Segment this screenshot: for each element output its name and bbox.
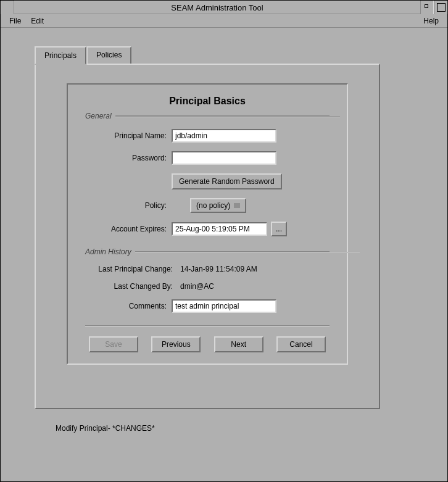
group-admin-history-label: Admin History [85, 247, 131, 256]
policy-dropdown[interactable]: (no policy) [190, 198, 246, 213]
date-picker-button[interactable]: ... [271, 222, 287, 236]
last-changed-by-label: Last Changed By: [85, 282, 178, 291]
previous-button[interactable]: Previous [151, 336, 201, 352]
principal-name-input[interactable] [172, 129, 276, 143]
generate-random-password-button[interactable]: Generate Random Password [172, 173, 282, 189]
form-panel: Principal Basics General Principal Name:… [67, 83, 348, 365]
account-expires-input[interactable] [172, 222, 267, 236]
menu-help[interactable]: Help [418, 15, 444, 27]
next-button[interactable]: Next [214, 336, 263, 352]
menubar: File Edit Help [1, 14, 447, 28]
group-admin-history: Admin History [85, 247, 330, 256]
titlebar: SEAM Administration Tool [1, 1, 447, 14]
comments-label: Comments: [85, 302, 172, 310]
app-window: SEAM Administration Tool File Edit Help … [0, 0, 448, 482]
panel-title: Principal Basics [85, 96, 330, 107]
minimize-button[interactable] [420, 1, 434, 14]
group-general: General [85, 112, 330, 120]
password-label: Password: [85, 154, 172, 162]
tab-row: Principals Policies [35, 46, 413, 64]
window-menu-button[interactable] [1, 1, 14, 14]
window-title: SEAM Administration Tool [14, 3, 420, 12]
tab-principals[interactable]: Principals [35, 46, 86, 65]
comments-input[interactable] [172, 299, 276, 313]
tab-policies[interactable]: Policies [86, 46, 131, 64]
last-changed-by-value: dmin@AC [178, 282, 214, 291]
save-button[interactable]: Save [89, 336, 138, 352]
separator [85, 325, 330, 326]
menu-file[interactable]: File [4, 15, 26, 27]
principal-name-label: Principal Name: [85, 131, 172, 140]
content-area: Principals Policies Principal Basics Gen… [1, 28, 447, 444]
last-principal-change-label: Last Principal Change: [85, 265, 178, 273]
status-bar: Modify Principal- *CHANGES* [35, 409, 413, 438]
cancel-button[interactable]: Cancel [276, 336, 326, 352]
account-expires-label: Account Expires: [85, 225, 172, 233]
policy-label: Policy: [85, 201, 172, 210]
maximize-button[interactable] [434, 1, 447, 14]
dropdown-arrow-icon [234, 203, 240, 208]
menu-edit[interactable]: Edit [26, 15, 49, 27]
button-row: Save Previous Next Cancel [85, 336, 330, 352]
policy-value: (no policy) [196, 201, 230, 210]
group-general-label: General [85, 112, 112, 120]
last-principal-change-value: 14-Jan-99 11:54:09 AM [178, 265, 257, 273]
password-input[interactable] [172, 151, 276, 165]
tab-panel: Principal Basics General Principal Name:… [35, 64, 380, 409]
